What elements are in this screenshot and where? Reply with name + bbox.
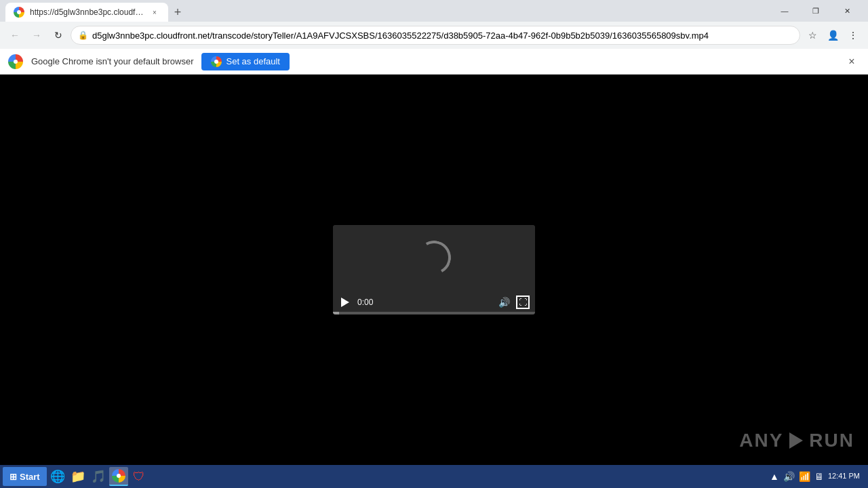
- fullscreen-button[interactable]: ⛶: [516, 296, 530, 309]
- set-default-button[interactable]: Set as default: [201, 53, 290, 70]
- bookmark-button[interactable]: ☆: [803, 26, 822, 45]
- video-screen: [333, 225, 535, 290]
- video-player: 0:00 🔊 ⛶: [333, 225, 535, 314]
- tray-chevron-icon[interactable]: ▲: [770, 471, 779, 482]
- menu-button[interactable]: ⋮: [844, 26, 863, 45]
- forward-button[interactable]: →: [27, 26, 46, 45]
- close-button[interactable]: ✕: [831, 0, 863, 22]
- start-icon: ⊞: [9, 472, 17, 482]
- chrome-logo: [8, 54, 23, 69]
- play-button[interactable]: [338, 296, 352, 309]
- toolbar: ← → ↻ 🔒 d5glw3nnbe3pc.cloudfront.net/tra…: [0, 22, 868, 49]
- tab-title: https://d5glw3nnbe3pc.cloudfront.r...: [30, 7, 144, 17]
- tray-volume-icon[interactable]: 🔊: [783, 471, 795, 482]
- system-tray: ▲ 🔊 📶 🖥 12:41 PM: [764, 471, 865, 482]
- start-label: Start: [20, 472, 40, 482]
- taskbar: ⊞ Start 🌐 📁 🎵 🛡 ▲ 🔊 📶 🖥 12:41 PM: [0, 465, 868, 488]
- address-bar[interactable]: 🔒 d5glw3nnbe3pc.cloudfront.net/transcode…: [71, 26, 800, 45]
- progress-bar[interactable]: [333, 312, 535, 314]
- tray-display-icon[interactable]: 🖥: [814, 471, 824, 482]
- play-triangle: [789, 432, 803, 449]
- reload-button[interactable]: ↻: [49, 26, 68, 45]
- info-message: Google Chrome isn't your default browser: [31, 56, 193, 66]
- taskbar-folder-icon[interactable]: 📁: [68, 467, 87, 486]
- profile-button[interactable]: 👤: [823, 26, 842, 45]
- volume-button[interactable]: 🔊: [497, 296, 511, 309]
- play-icon: [341, 298, 349, 307]
- taskbar-ie-icon[interactable]: 🌐: [48, 467, 67, 486]
- lock-icon: 🔒: [78, 30, 88, 40]
- window-controls: — ❐ ✕: [769, 0, 863, 22]
- progress-fill: [333, 312, 339, 314]
- tab-area: https://d5glw3nnbe3pc.cloudfront.r... × …: [5, 0, 766, 22]
- toolbar-actions: ☆ 👤 ⋮: [803, 26, 863, 45]
- url-text: d5glw3nnbe3pc.cloudfront.net/transcode/s…: [92, 30, 793, 41]
- title-bar: https://d5glw3nnbe3pc.cloudfront.r... × …: [0, 0, 868, 22]
- watermark-play-icon: [786, 430, 806, 451]
- new-tab-button[interactable]: +: [168, 3, 187, 22]
- minimize-button[interactable]: —: [769, 0, 800, 22]
- tab-favicon: [14, 7, 24, 18]
- taskbar-chrome-icon[interactable]: [109, 467, 128, 486]
- tray-network-icon[interactable]: 📶: [799, 471, 810, 482]
- taskbar-shield-icon[interactable]: 🛡: [130, 467, 149, 486]
- video-controls: 0:00 🔊 ⛶: [333, 290, 535, 314]
- chrome-favicon-taskbar: [112, 469, 125, 483]
- active-tab[interactable]: https://d5glw3nnbe3pc.cloudfront.r... ×: [5, 3, 168, 22]
- watermark-text-before: ANY: [739, 430, 783, 451]
- time-display: 0:00: [357, 298, 373, 307]
- set-default-chrome-icon: [211, 56, 222, 67]
- loading-spinner: [412, 235, 456, 280]
- taskbar-icons: 🌐 📁 🎵 🛡: [48, 467, 763, 486]
- info-bar-close-button[interactable]: ×: [844, 54, 860, 70]
- taskbar-media-icon[interactable]: 🎵: [89, 467, 108, 486]
- system-clock[interactable]: 12:41 PM: [828, 471, 860, 481]
- back-button[interactable]: ←: [5, 26, 24, 45]
- watermark-text-after: RUN: [809, 430, 854, 451]
- maximize-button[interactable]: ❐: [800, 0, 831, 22]
- main-content: 0:00 🔊 ⛶ ANY RUN: [0, 75, 868, 465]
- tab-close-button[interactable]: ×: [149, 7, 160, 18]
- anyrun-watermark: ANY RUN: [739, 430, 854, 451]
- info-bar: Google Chrome isn't your default browser…: [0, 49, 868, 75]
- start-button[interactable]: ⊞ Start: [3, 467, 47, 486]
